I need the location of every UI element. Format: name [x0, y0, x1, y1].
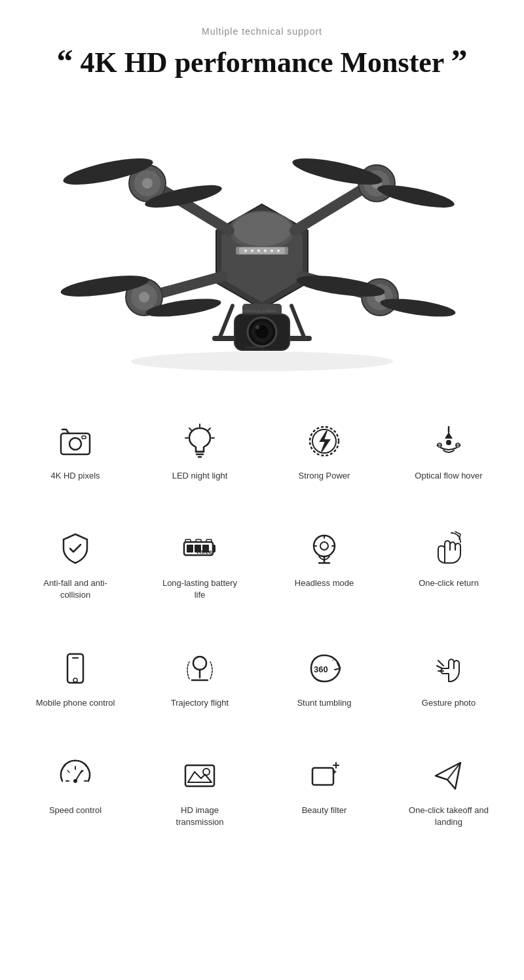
svg-text:Three: Three	[196, 549, 212, 555]
svg-point-8	[251, 249, 253, 252]
svg-point-4	[233, 212, 291, 246]
feature-beauty-label: Beauty filter	[302, 805, 347, 816]
svg-text:360: 360	[314, 664, 328, 674]
features-grid-row2: Anti-fall and anti-collision Three Long-…	[13, 508, 511, 614]
feature-4k-hd-label: 4K HD pixels	[50, 470, 100, 482]
feature-gesture: Gesture photo	[386, 628, 511, 722]
svg-point-7	[244, 249, 247, 252]
svg-line-58	[189, 428, 191, 430]
features-grid-row4: Speed control HD image transmission	[13, 735, 511, 841]
tumbling-icon: 360 °	[303, 647, 345, 689]
feature-4k-hd: 4K HD pixels	[13, 401, 138, 495]
feature-image: HD image transmission	[138, 735, 262, 841]
feature-takeoff: One-click takeoff and landing	[386, 735, 511, 841]
svg-rect-53	[82, 436, 86, 439]
feature-strong-power-label: Strong Power	[299, 470, 350, 482]
lightning-icon	[303, 420, 345, 462]
feature-speed: Speed control	[13, 735, 138, 841]
feature-anti-fall: Anti-fall and anti-collision	[13, 508, 138, 614]
feature-stunt: 360 ° Stunt tumbling	[262, 628, 386, 722]
svg-text:ULTRA FULL CAMERA: ULTRA FULL CAMERA	[242, 309, 277, 313]
bulb-icon	[179, 420, 221, 462]
feature-image-label: HD image transmission	[157, 805, 242, 828]
features-grid-row1: 4K HD pixels LED night light	[13, 401, 511, 495]
takeoff-icon	[428, 755, 470, 797]
svg-rect-71	[213, 545, 215, 553]
beauty-icon	[303, 755, 345, 797]
page-wrapper: Multiple technical support 4K HD perform…	[0, 0, 524, 880]
drone-image: ULTRA FULL CAMERA FOV 4K60 F3.5	[52, 100, 472, 374]
feature-return-label: One-click return	[419, 577, 479, 589]
feature-gesture-label: Gesture photo	[422, 697, 476, 709]
svg-point-11	[271, 249, 273, 252]
trajectory-icon	[179, 647, 221, 689]
features-grid-row3: Mobile phone control Trajectory flight	[13, 628, 511, 722]
svg-point-52	[69, 438, 81, 450]
svg-point-12	[277, 249, 280, 252]
feature-anti-fall-label: Anti-fall and anti-collision	[33, 577, 118, 601]
feature-trajectory: Trajectory flight	[138, 628, 262, 722]
svg-point-10	[264, 249, 267, 252]
svg-line-95	[75, 771, 82, 781]
feature-mobile-label: Mobile phone control	[36, 697, 115, 709]
svg-rect-72	[187, 545, 193, 553]
svg-point-36	[379, 295, 457, 320]
svg-point-65	[446, 440, 451, 445]
feature-battery: Three Long-lasting battery life	[138, 508, 262, 614]
svg-rect-78	[206, 539, 212, 542]
feature-speed-label: Speed control	[49, 805, 102, 816]
svg-point-0	[131, 352, 393, 371]
feature-headless: Headless mode	[262, 508, 386, 614]
feature-trajectory-label: Trajectory flight	[171, 697, 229, 709]
svg-point-9	[257, 249, 260, 252]
svg-rect-103	[312, 768, 333, 785]
feature-stunt-label: Stunt tumbling	[297, 697, 351, 709]
svg-rect-77	[196, 539, 201, 542]
image-icon	[179, 755, 221, 797]
feature-battery-label: Long-lasting battery life	[157, 577, 242, 601]
feature-optical: Optical flow hover	[386, 401, 511, 495]
gesture-icon	[428, 647, 470, 689]
svg-point-48	[255, 325, 259, 329]
svg-text:FOV 4K60 F3.5: FOV 4K60 F3.5	[246, 346, 265, 349]
subtitle: Multiple technical support	[202, 26, 322, 37]
svg-point-80	[320, 542, 328, 550]
feature-strong-power: Strong Power	[262, 401, 386, 495]
optical-icon	[428, 420, 470, 462]
battery-icon: Three	[179, 528, 221, 570]
svg-point-19	[142, 178, 153, 189]
svg-text:°: °	[332, 659, 334, 664]
feature-led: LED night light	[138, 401, 262, 495]
svg-point-102	[203, 769, 210, 775]
svg-line-59	[208, 428, 210, 430]
svg-rect-76	[185, 539, 191, 542]
svg-point-29	[139, 292, 149, 302]
feature-takeoff-label: One-click takeoff and landing	[406, 805, 491, 828]
svg-point-87	[73, 678, 77, 682]
feature-return: One-click return	[386, 508, 511, 614]
feature-mobile: Mobile phone control	[13, 628, 138, 722]
shield-icon	[54, 528, 96, 570]
camera-icon	[54, 420, 96, 462]
feature-led-label: LED night light	[172, 470, 228, 482]
svg-point-89	[193, 657, 206, 670]
phone-icon	[54, 647, 96, 689]
svg-line-99	[67, 771, 69, 772]
svg-rect-101	[185, 765, 214, 786]
svg-point-35	[295, 272, 386, 301]
finger-icon	[428, 528, 470, 570]
speedometer-icon	[54, 755, 96, 797]
svg-line-37	[219, 306, 233, 338]
svg-line-41	[291, 306, 305, 338]
svg-line-14	[295, 185, 370, 230]
feature-beauty: Beauty filter	[262, 735, 386, 841]
feature-optical-label: Optical flow hover	[415, 470, 482, 482]
main-title: 4K HD performance Monster	[56, 42, 467, 80]
headless-icon	[303, 528, 345, 570]
feature-headless-label: Headless mode	[295, 577, 354, 589]
